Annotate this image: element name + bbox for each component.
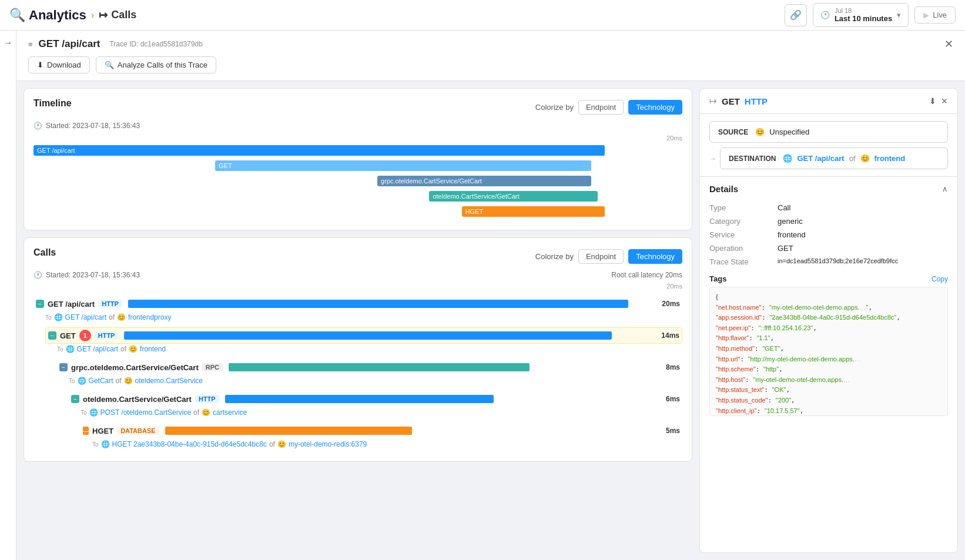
collapse-button[interactable]: ∧ xyxy=(942,185,948,193)
topbar-right: 🔗 🕐 Jul 18 Last 10 minutes ▾ ▶ Live xyxy=(785,3,956,27)
root-latency: Root call latency 20ms xyxy=(611,271,682,279)
call-expand-btn[interactable]: − xyxy=(71,395,79,403)
of-label: of xyxy=(116,377,122,385)
timeline-bar-get: GET xyxy=(215,160,591,171)
detail-key-trace-state: Trace State xyxy=(709,257,768,266)
call-to-row: To 🌐 GET /api/cart of 😊 frontendproxy xyxy=(45,312,682,323)
to-icon-3: 🌐 xyxy=(78,377,86,385)
timeline-panel: Timeline Colorize by Endpoint Technology… xyxy=(24,88,692,230)
rp-close-button[interactable]: ✕ xyxy=(941,96,948,106)
tags-label: Tags xyxy=(709,274,726,283)
tags-code: { "net.host.name": "my-otel-demo-otel-de… xyxy=(709,287,948,416)
topbar: 🔍 Analytics › ↦ Calls 🔗 🕐 Jul 18 Last 10… xyxy=(0,0,965,31)
rp-header-right: ⬇ ✕ xyxy=(929,96,948,106)
detail-row-service: Service frontend xyxy=(709,228,948,242)
app-logo: 🔍 Analytics xyxy=(9,8,86,23)
call-to-of-service: frontend xyxy=(140,345,166,353)
call-expand-btn[interactable]: − xyxy=(59,363,68,371)
call-latency: 20ms xyxy=(662,300,680,308)
timeline-bar-grpc: grpc.oteldemo.CartService/GetCart xyxy=(377,176,591,186)
download-button[interactable]: ⬇ Download xyxy=(28,56,90,73)
call-latency: 5ms xyxy=(666,427,680,435)
content-area: ≡ GET /api/cart Trace ID: dc1ead5581d379… xyxy=(16,31,965,560)
calls-title: Calls xyxy=(33,247,56,258)
breadcrumb-sep: › xyxy=(91,10,94,21)
call-badge-http: HTTP xyxy=(98,300,122,308)
of-label: of xyxy=(120,345,126,353)
source-box: SOURCE 😊 Unspecified xyxy=(709,121,948,143)
calls-started-text: Started: 2023-07-18, 15:36:43 xyxy=(46,271,140,279)
to-icon-4: 🌐 xyxy=(89,408,98,417)
call-to-service: GetCart xyxy=(89,377,113,385)
colorize-technology-btn[interactable]: Technology xyxy=(628,100,682,115)
trace-id: Trace ID: dc1ead5581d379db xyxy=(109,40,202,48)
destination-service-icon: 😊 xyxy=(860,154,870,163)
calls-clock-icon: 🕐 xyxy=(33,271,42,279)
rp-details: Details ∧ Type Call Category generic Ser… xyxy=(700,177,957,552)
call-expand-btn[interactable]: − xyxy=(48,331,56,340)
detail-key-category: Category xyxy=(709,217,768,226)
call-name: GET /api/cart xyxy=(48,300,95,308)
panels-row: Timeline Colorize by Endpoint Technology… xyxy=(16,81,965,560)
time-selector[interactable]: 🕐 Jul 18 Last 10 minutes ▾ xyxy=(813,3,909,27)
call-row-3[interactable]: − grpc.oteldemo.CartService/GetCart RPC … xyxy=(57,359,682,375)
to-label: To xyxy=(57,346,63,353)
call-expand-btn[interactable]: — xyxy=(83,427,89,435)
link-button[interactable]: 🔗 xyxy=(785,4,807,26)
rp-download-button[interactable]: ⬇ xyxy=(929,96,936,106)
rp-http-label: HTTP xyxy=(745,96,768,106)
call-to-service: GET /api/cart xyxy=(65,313,106,321)
trace-title-left: ≡ GET /api/cart Trace ID: dc1ead5581d379… xyxy=(28,38,203,50)
call-expand-btn[interactable]: − xyxy=(36,300,44,308)
call-bar xyxy=(229,363,530,371)
download-icon: ⬇ xyxy=(37,61,43,69)
call-bar xyxy=(225,395,494,403)
live-button[interactable]: ▶ Live xyxy=(914,6,956,24)
call-row-2[interactable]: − GET 1 HTTP 14ms xyxy=(45,327,682,344)
source-label: SOURCE xyxy=(718,128,748,136)
call-row-4[interactable]: − oteldemo.CartService/GetCart HTTP 6ms xyxy=(69,391,682,407)
calls-started-row: 🕐 Started: 2023-07-18, 15:36:43 Root cal… xyxy=(33,271,682,279)
rp-header: ↦ GET HTTP ⬇ ✕ xyxy=(700,89,957,114)
calls-colorize-technology-btn[interactable]: Technology xyxy=(628,249,682,264)
list-item: − oteldemo.CartService/GetCart HTTP 6ms … xyxy=(33,388,682,420)
source-text: Unspecified xyxy=(769,128,809,136)
timeline-bar-row: grpc.oteldemo.CartService/GetCart xyxy=(33,175,682,187)
breadcrumb-calls: ↦ Calls xyxy=(99,9,136,22)
rp-source-dest: SOURCE 😊 Unspecified → DESTINATION 🌐 GET… xyxy=(700,114,957,177)
analyze-icon: 🔍 xyxy=(105,61,114,69)
to-icon-2: 🌐 xyxy=(66,345,75,353)
to-of-icon-4: 😊 xyxy=(202,408,210,417)
timeline-bar-get-api-cart: GET /api/cart xyxy=(33,145,605,156)
colorize-row: Colorize by Endpoint Technology xyxy=(535,100,682,115)
side-toggle: → xyxy=(0,31,16,560)
call-row-1[interactable]: − GET /api/cart HTTP 20ms xyxy=(33,296,682,312)
analyze-calls-button[interactable]: 🔍 Analyze Calls of this Trace xyxy=(96,56,216,73)
destination-icon: 🌐 xyxy=(783,154,792,163)
download-label: Download xyxy=(47,61,81,69)
call-number-badge: 1 xyxy=(79,330,91,341)
detail-row-category: Category generic xyxy=(709,214,948,228)
timeline-bar-row: oteldemo.CartService/GetCart xyxy=(33,190,682,203)
colorize-endpoint-btn[interactable]: Endpoint xyxy=(578,100,624,115)
call-latency: 6ms xyxy=(666,395,680,403)
detail-key-service: Service xyxy=(709,230,768,239)
call-name: grpc.oteldemo.CartService/GetCart xyxy=(71,363,199,372)
trace-icon: ≡ xyxy=(28,40,33,49)
live-play-icon: ▶ xyxy=(923,11,929,19)
call-bar xyxy=(124,331,612,340)
trace-actions: ⬇ Download 🔍 Analyze Calls of this Trace xyxy=(28,56,953,73)
call-row-5[interactable]: — HGET DATABASE 5ms xyxy=(81,422,682,439)
calls-colorize-endpoint-btn[interactable]: Endpoint xyxy=(578,249,624,264)
detail-val-service: frontend xyxy=(778,230,806,239)
call-bar xyxy=(165,427,412,435)
left-panels: Timeline Colorize by Endpoint Technology… xyxy=(24,88,692,553)
call-to-of-service: frontendproxy xyxy=(128,313,171,321)
side-toggle-icon[interactable]: → xyxy=(4,38,13,48)
close-button[interactable]: ✕ xyxy=(944,38,953,51)
live-label: Live xyxy=(933,11,947,19)
logo-icon: 🔍 xyxy=(9,8,25,23)
right-panel: ↦ GET HTTP ⬇ ✕ SOURCE 😊 Unspecified xyxy=(699,88,958,553)
calls-nav-icon: ↦ xyxy=(99,9,108,22)
copy-button[interactable]: Copy xyxy=(932,275,948,283)
